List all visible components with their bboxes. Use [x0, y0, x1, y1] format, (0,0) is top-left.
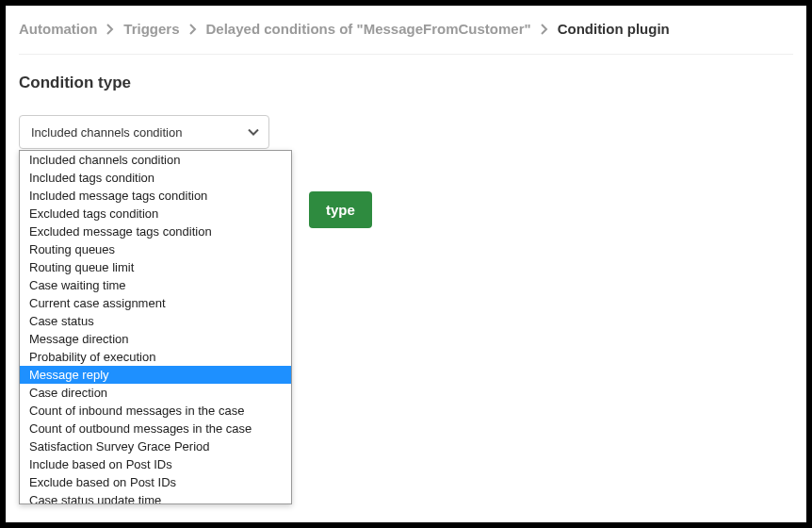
dropdown-option[interactable]: Include based on Post IDs [20, 455, 291, 473]
chevron-down-icon [248, 125, 259, 140]
breadcrumb-item-automation[interactable]: Automation [19, 21, 97, 37]
chevron-right-icon [106, 24, 114, 35]
dropdown-option[interactable]: Included channels condition [20, 151, 291, 169]
dropdown-option[interactable]: Exclude based on Post IDs [20, 473, 291, 491]
type-button[interactable]: type [309, 191, 372, 228]
dropdown-option[interactable]: Probability of execution [20, 348, 291, 366]
condition-type-select[interactable]: Included channels condition [19, 115, 269, 149]
dropdown-option[interactable]: Satisfaction Survey Grace Period [20, 437, 291, 455]
dropdown-option[interactable]: Routing queues [20, 240, 291, 258]
breadcrumb: Automation Triggers Delayed conditions o… [19, 21, 793, 55]
dropdown-option[interactable]: Case status [20, 312, 291, 330]
dropdown-option[interactable]: Count of inbound messages in the case [20, 402, 291, 420]
breadcrumb-item-current: Condition plugin [558, 21, 670, 37]
dropdown-option[interactable]: Case direction [20, 384, 291, 402]
section-title: Condition type [19, 74, 793, 92]
condition-type-select-wrapper: Included channels condition Included cha… [19, 115, 269, 149]
dropdown-option[interactable]: Excluded message tags condition [20, 223, 291, 240]
dropdown-option[interactable]: Message direction [20, 330, 291, 348]
dropdown-option[interactable]: Case waiting time [20, 276, 291, 294]
dropdown-option[interactable]: Excluded tags condition [20, 205, 291, 223]
breadcrumb-item-triggers[interactable]: Triggers [123, 21, 179, 37]
breadcrumb-item-delayed-conditions[interactable]: Delayed conditions of "MessageFromCustom… [206, 21, 531, 37]
dropdown-option[interactable]: Included tags condition [20, 169, 291, 187]
chevron-right-icon [189, 24, 197, 35]
dropdown-option[interactable]: Count of outbound messages in the case [20, 420, 291, 437]
dropdown-option[interactable]: Message reply [20, 366, 291, 384]
condition-type-dropdown[interactable]: Included channels conditionIncluded tags… [19, 150, 292, 504]
dropdown-option[interactable]: Case status update time [20, 491, 291, 504]
select-value: Included channels condition [31, 125, 182, 140]
dropdown-option[interactable]: Included message tags condition [20, 187, 291, 205]
dropdown-option[interactable]: Routing queue limit [20, 258, 291, 276]
dropdown-option[interactable]: Current case assignment [20, 294, 291, 312]
chevron-right-icon [541, 24, 548, 35]
